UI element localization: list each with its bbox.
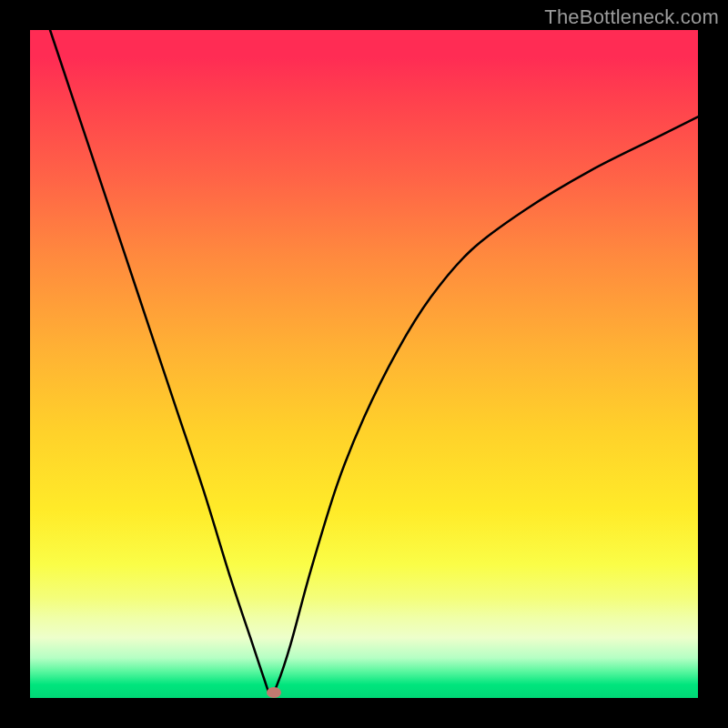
bottleneck-curve <box>30 30 698 698</box>
chart-frame: TheBottleneck.com <box>0 0 728 728</box>
watermark-text: TheBottleneck.com <box>544 5 719 29</box>
minimum-marker <box>267 687 281 698</box>
plot-area <box>30 30 698 698</box>
